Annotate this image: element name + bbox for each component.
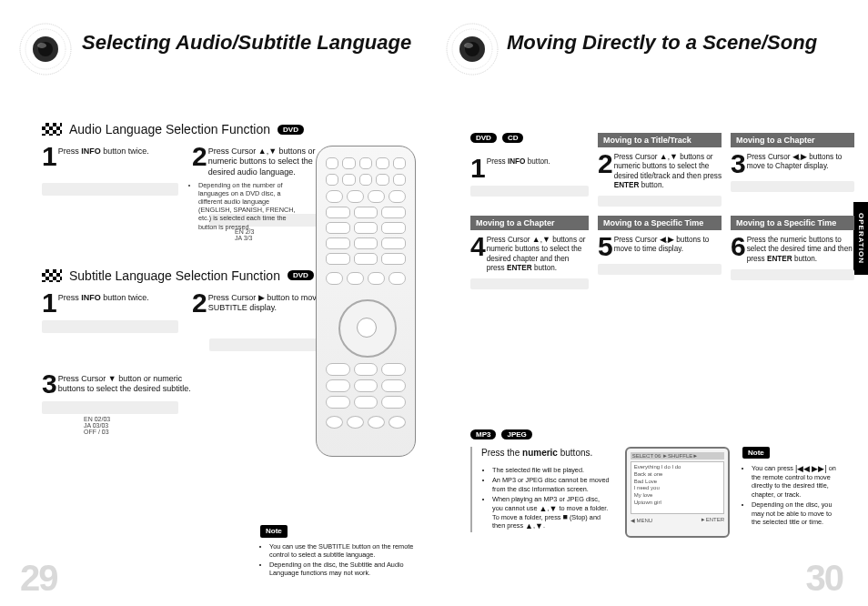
card-heading: Moving to a Chapter (470, 216, 589, 230)
side-tab-operation: OPERATION (853, 202, 868, 275)
step-text: Press INFO button. (487, 156, 550, 167)
mp3-pill: MP3 (470, 429, 496, 439)
checker-icon (42, 123, 62, 136)
cd-pill: CD (502, 133, 524, 143)
step-number: 6 (731, 234, 744, 258)
screen-foot-left: ◀ MENU (631, 517, 652, 523)
step-number: 5 (598, 234, 611, 258)
cell-2: Moving to a Title/Track 2 Press Cursor ▲… (598, 133, 722, 207)
step-text: Press INFO button twice. (58, 144, 149, 157)
screen-title: SELECT 06 ►SHUFFLE► (631, 452, 724, 460)
cell-3: Moving to a Chapter 3 Press Cursor ◀,▶ b… (731, 133, 854, 207)
note-bullet: You can press |◀◀ ▶▶| on the remote cont… (752, 464, 839, 499)
step-number: 2 (192, 290, 206, 315)
step-number: 3 (42, 371, 56, 396)
audio-note: Depending on the number of languages on … (189, 179, 303, 233)
cell-1: DVD CD 1 Press INFO button. (470, 133, 589, 207)
right-note: Note You can press |◀◀ ▶▶| on the remote… (742, 447, 839, 528)
list-item: Everything I do I do (634, 464, 721, 471)
list-item: Bad Love (634, 479, 721, 486)
step-number: 1 (470, 156, 484, 180)
screen-foot-right: ►ENTER (701, 517, 724, 523)
dvd-pill: DVD (278, 125, 304, 135)
step-number: 4 (470, 234, 484, 258)
mp3-bullet: When playing an MP3 or JPEG disc, you ca… (492, 495, 612, 530)
jpeg-pill: JPEG (501, 429, 531, 439)
subtitle-step-2: 2 Press Cursor ▶ button to move to SUBTI… (192, 290, 333, 315)
step-number: 3 (731, 151, 744, 176)
svg-point-4 (37, 43, 46, 48)
page-number-right: 30 (806, 558, 843, 599)
step-text: Press Cursor ◀,▶ buttons to move to Chap… (747, 151, 854, 172)
osd-strip (470, 186, 589, 197)
page-title: Selecting Audio/Subtitle Language (82, 31, 411, 55)
list-item: My love (634, 492, 721, 500)
step-text: Press Cursor ◀,▶ buttons to move to time… (614, 234, 722, 255)
osd-strip (470, 278, 589, 289)
note-badge: Note (742, 447, 770, 459)
note-text: Depending on the number of languages on … (198, 181, 303, 231)
page-30: Moving Directly to a Scene/Song OPERATIO… (434, 0, 868, 606)
dpad-icon (338, 299, 393, 354)
checker-icon (42, 269, 62, 282)
step-text: Press Cursor ▼ button or numeric buttons… (58, 371, 197, 396)
card-heading: Moving to a Title/Track (598, 133, 722, 147)
osd-strip (209, 338, 328, 351)
subtitle-heading-text: Subtitle Language Selection Function (69, 268, 280, 283)
mp3-left-col: Press the numeric buttons. The selected … (470, 447, 612, 532)
note-badge: Note (260, 525, 288, 538)
osd-strip (42, 320, 178, 333)
note-bullet: Depending on the disc, you may not be ab… (752, 500, 839, 526)
subtitle-step-1: 1 Press INFO button twice. (42, 290, 183, 315)
step-text: Press Cursor ▲,▼ buttons or numeric butt… (487, 234, 589, 273)
step-number: 2 (598, 151, 611, 176)
tv-screen-illustration: SELECT 06 ►SHUFFLE► Everything I do I do… (625, 447, 730, 538)
card-heading: Moving to a Specific Time (731, 216, 854, 230)
remote-control-illustration (316, 146, 416, 457)
bottom-note: Note You can use the SUBTITLE button on … (260, 525, 415, 579)
cell-4: Moving to a Chapter 4 Press Cursor ▲,▼ b… (470, 216, 589, 289)
step-number: 2 (192, 144, 206, 168)
page-29: Selecting Audio/Subtitle Language Audio … (0, 0, 434, 606)
list-item: I need you (634, 485, 721, 492)
mp3-bullet: An MP3 or JPEG disc cannot be moved from… (492, 476, 612, 493)
step-text: Press the numeric buttons to select the … (747, 234, 854, 264)
pill-row: DVD CD (470, 133, 589, 143)
speaker-icon (18, 22, 73, 76)
mp3-pill-row: MP3 JPEG (470, 429, 839, 439)
mp3-area: MP3 JPEG Press the numeric buttons. The … (470, 429, 839, 538)
osd-strip (731, 181, 854, 192)
card-heading: Moving to a Chapter (731, 133, 854, 147)
step-text: Press INFO button twice. (58, 290, 149, 303)
screen-list: Everything I do I do Back at one Bad Lov… (631, 461, 724, 514)
list-item: Back at one (634, 471, 721, 479)
step-text: Press Cursor ▲,▼ buttons or numeric butt… (208, 144, 333, 177)
audio-section-head: Audio Language Selection Function DVD (42, 122, 416, 136)
scene-grid: DVD CD 1 Press INFO button. Moving to a … (470, 133, 854, 289)
audio-heading-text: Audio Language Selection Function (69, 122, 270, 136)
step-text: Press Cursor ▲,▼ buttons or numeric butt… (614, 151, 722, 190)
osd-strip (42, 183, 178, 196)
cell-5: Moving to a Specific Time 5 Press Cursor… (598, 216, 722, 289)
osd-strip (42, 401, 178, 414)
list-item: Uptown girl (634, 500, 721, 507)
dvd-pill: DVD (470, 133, 497, 143)
dvd-pill: DVD (288, 270, 314, 280)
page-title: Moving Directly to a Scene/Song (507, 31, 817, 55)
osd-strip (731, 269, 854, 280)
audio-step-2: 2 Press Cursor ▲,▼ buttons or numeric bu… (192, 144, 333, 177)
osd-strip (598, 196, 722, 207)
subtitle-step-3: 3 Press Cursor ▼ button or numeric butto… (42, 371, 197, 396)
svg-point-9 (464, 43, 473, 48)
page-number-left: 29 (20, 558, 57, 599)
mp3-main-text: Press the numeric buttons. (481, 447, 612, 459)
audio-step-1: 1 Press INFO button twice. (42, 144, 183, 177)
step-text: Press Cursor ▶ button to move to SUBTITL… (208, 290, 333, 314)
note-bullet: You can use the SUBTITLE button on the r… (269, 542, 415, 559)
speaker-icon (445, 22, 500, 76)
note-bullet: Depending on the disc, the Subtitle and … (269, 561, 415, 577)
osd-strip (598, 264, 722, 275)
mp3-bullet: The selected file will be played. (492, 466, 612, 474)
cell-6: Moving to a Specific Time 6 Press the nu… (731, 216, 854, 289)
step-number: 1 (42, 144, 56, 168)
